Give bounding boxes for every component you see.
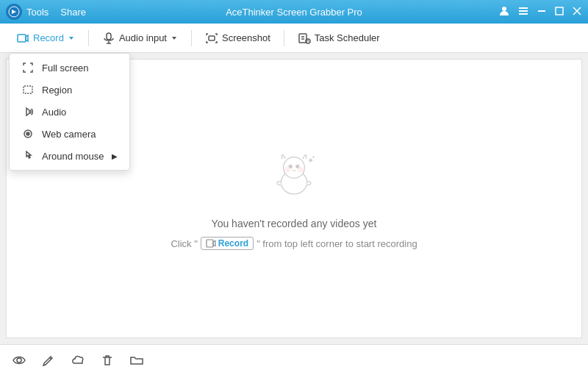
svg-rect-4 xyxy=(519,13,528,15)
task-scheduler-label: Task Scheduler xyxy=(315,32,380,43)
dropdown-item-region[interactable]: Region xyxy=(10,79,129,101)
screenshot-label: Screenshot xyxy=(222,32,270,43)
svg-rect-5 xyxy=(538,10,545,12)
region-label: Region xyxy=(42,85,72,96)
hint-text: Click " Record " from top left corner to… xyxy=(171,237,417,250)
edit-icon[interactable] xyxy=(41,353,56,368)
empty-state-title: You haven't recorded any videos yet xyxy=(212,218,377,229)
maximize-icon[interactable] xyxy=(554,6,564,18)
tools-menu[interactable]: Tools xyxy=(26,7,49,18)
web-camera-icon xyxy=(21,128,35,140)
dropdown-item-around-mouse[interactable]: Around mouse ▶ xyxy=(10,145,129,167)
empty-illustration: ✦ ✦ xyxy=(265,147,323,206)
app-title: AceThinker Screen Grabber Pro xyxy=(226,7,362,18)
audio-input-button[interactable]: Audio input xyxy=(95,28,185,49)
svg-rect-20 xyxy=(24,86,32,93)
around-mouse-label: Around mouse xyxy=(42,151,104,162)
hint-record-label: Record xyxy=(218,238,248,249)
svg-point-29 xyxy=(298,166,304,172)
dropdown-item-full-screen[interactable]: Full screen xyxy=(10,57,129,79)
minimize-icon[interactable] xyxy=(537,6,547,18)
region-icon xyxy=(21,84,35,96)
around-mouse-arrow: ▶ xyxy=(112,152,118,160)
svg-rect-3 xyxy=(519,10,528,12)
separator-1 xyxy=(88,30,89,46)
hint-suffix: " from top left corner to start recordin… xyxy=(257,238,417,249)
close-icon[interactable] xyxy=(572,6,582,18)
screenshot-button[interactable]: Screenshot xyxy=(198,28,278,49)
audio-icon xyxy=(102,32,115,45)
dropdown-item-web-camera[interactable]: Web camera xyxy=(10,123,129,145)
svg-line-34 xyxy=(50,357,51,359)
trash-icon[interactable] xyxy=(100,353,115,368)
separator-3 xyxy=(284,30,284,46)
around-mouse-icon xyxy=(21,150,35,162)
svg-rect-6 xyxy=(556,7,563,15)
eye-icon[interactable] xyxy=(12,353,26,368)
record-label: Record xyxy=(33,32,64,43)
record-dropdown-arrow xyxy=(68,35,75,42)
full-screen-icon xyxy=(21,62,35,74)
dropdown-item-audio[interactable]: Audio xyxy=(10,101,129,123)
svg-point-28 xyxy=(284,166,290,172)
record-dropdown-menu: Full screen Region Audio W xyxy=(9,53,130,171)
record-button[interactable]: Record xyxy=(9,28,82,49)
app-logo xyxy=(6,4,22,20)
separator-2 xyxy=(191,30,192,46)
svg-rect-2 xyxy=(519,7,528,9)
hamburger-menu-icon[interactable] xyxy=(517,5,529,19)
share-menu[interactable]: Share xyxy=(60,7,86,18)
svg-rect-32 xyxy=(207,240,213,247)
task-scheduler-icon xyxy=(298,32,311,45)
audio-input-label: Audio input xyxy=(119,32,167,43)
svg-rect-9 xyxy=(18,35,26,42)
svg-point-1 xyxy=(502,7,506,11)
bottom-bar xyxy=(0,344,588,375)
hint-record-icon-box: Record xyxy=(201,237,254,250)
window-controls xyxy=(498,5,582,19)
svg-rect-10 xyxy=(107,33,111,40)
full-screen-label: Full screen xyxy=(42,63,89,74)
menu-bar: Tools Share xyxy=(26,7,86,18)
user-icon[interactable] xyxy=(498,5,510,19)
screenshot-icon xyxy=(205,32,218,45)
svg-point-33 xyxy=(17,358,21,362)
folder-icon[interactable] xyxy=(129,353,144,368)
audio-menu-icon xyxy=(21,106,35,118)
title-bar: Tools Share AceThinker Screen Grabber Pr… xyxy=(0,0,588,24)
audio-dropdown-arrow xyxy=(171,35,178,42)
task-scheduler-button[interactable]: Task Scheduler xyxy=(290,28,387,49)
svg-text:✦: ✦ xyxy=(312,154,315,160)
hint-prefix: Click " xyxy=(171,238,197,249)
svg-point-23 xyxy=(27,133,29,135)
cloud-icon[interactable] xyxy=(71,353,85,368)
toolbar: Record Audio input Screenshot xyxy=(0,24,588,53)
web-camera-label: Web camera xyxy=(42,129,96,140)
svg-rect-13 xyxy=(209,36,215,40)
audio-menu-label: Audio xyxy=(42,107,66,118)
